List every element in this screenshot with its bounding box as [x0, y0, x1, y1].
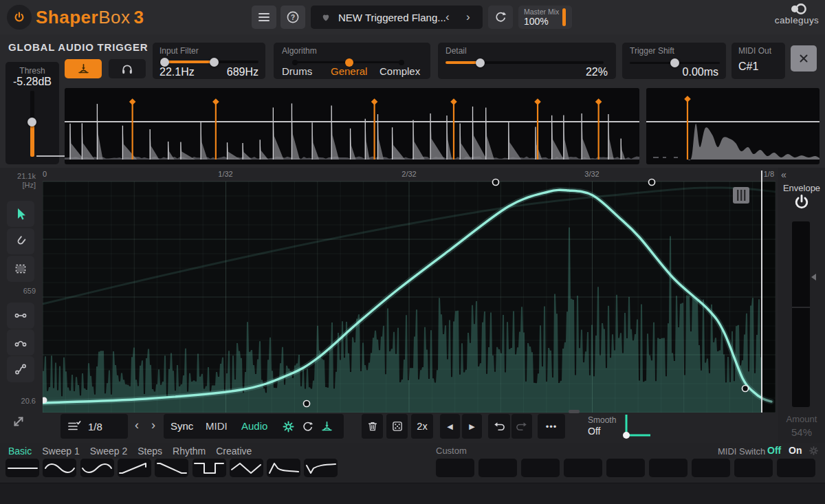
plugin-power-button[interactable]	[7, 5, 32, 30]
shaperbox-window: ShaperBox3 ? NEW Triggered Flang... ‹ ›	[0, 0, 825, 504]
s-curve-tool-button[interactable]	[7, 356, 34, 382]
trigger-shift-panel: Trigger Shift 0.00ms	[622, 43, 726, 79]
midi-switch-on[interactable]: On	[789, 445, 802, 456]
curve-tool-button[interactable]	[7, 329, 34, 355]
input-filter-low-handle[interactable]	[160, 58, 169, 67]
trigger-shift-handle[interactable]	[670, 58, 679, 67]
shape-dip-button[interactable]	[304, 459, 338, 477]
detail-handle[interactable]	[476, 58, 485, 67]
trigger-settings-icon[interactable]	[282, 420, 295, 433]
expand-editor-button[interactable]	[11, 414, 26, 429]
midi-switch-off[interactable]: Off	[767, 445, 781, 456]
close-trigger-section-button[interactable]	[791, 45, 817, 72]
trigger-zoom-display[interactable]	[646, 88, 820, 164]
line-tool-button[interactable]	[7, 303, 34, 329]
tab-creative[interactable]: Creative	[216, 446, 252, 457]
threshold-panel: Thresh -5.28dB	[6, 62, 59, 164]
shape-flat-button[interactable]	[6, 459, 39, 477]
shape-sine-icon	[43, 460, 76, 476]
amount-marker-triangle[interactable]	[811, 274, 816, 281]
audio-trigger-toggle-button[interactable]	[65, 59, 102, 78]
master-mix-control[interactable]: Master Mix 100%	[518, 6, 572, 29]
algorithm-dot-complex[interactable]	[399, 60, 404, 65]
delete-wave-button[interactable]	[362, 414, 383, 439]
detail-label: Detail	[446, 46, 467, 56]
amount-value: 54%	[778, 426, 825, 438]
help-button[interactable]: ?	[280, 6, 305, 29]
shape-decay-icon	[267, 460, 300, 476]
amount-fill-boundary	[792, 307, 810, 308]
midi-out-panel[interactable]: MIDI Out C#1	[732, 43, 785, 79]
algorithm-dot-drums[interactable]	[292, 60, 298, 65]
audio-trigger-mode-icon[interactable]	[320, 420, 333, 433]
freq-top-label: 21.1k	[1, 172, 36, 180]
smooth-value[interactable]: Off	[588, 426, 600, 437]
custom-slot-1[interactable]	[436, 459, 474, 477]
shape-triangle-button[interactable]	[230, 459, 263, 477]
algorithm-option-general[interactable]: General	[331, 65, 367, 77]
mode-midi[interactable]: MIDI	[206, 420, 228, 432]
trigger-zoom-waveform	[646, 88, 820, 164]
shape-ramp-up-button[interactable]	[118, 459, 151, 477]
algorithm-option-drums[interactable]: Drums	[282, 65, 312, 77]
toolbar-drag-handle[interactable]	[569, 410, 580, 413]
amount-slider[interactable]	[792, 221, 810, 407]
custom-slot-8[interactable]	[734, 459, 773, 477]
input-filter-high-handle[interactable]	[210, 58, 219, 67]
preset-bar[interactable]: NEW Triggered Flang... ‹ ›	[311, 6, 483, 29]
shape-square-button[interactable]	[192, 459, 226, 477]
loop-mode-icon[interactable]	[301, 420, 314, 433]
custom-slot-4[interactable]	[564, 459, 602, 477]
mode-sync[interactable]: Sync	[170, 420, 193, 432]
master-mix-label: Master Mix	[524, 8, 559, 16]
custom-slot-3[interactable]	[521, 459, 560, 477]
power-icon	[793, 193, 811, 211]
more-options-button[interactable]: •••	[538, 414, 565, 439]
tab-sweep-1[interactable]: Sweep 1	[42, 446, 79, 457]
trigger-waveform-display[interactable]	[65, 88, 639, 164]
collapse-sidebar-button[interactable]: «	[781, 169, 786, 180]
custom-slot-9[interactable]	[777, 459, 815, 477]
algorithm-option-complex[interactable]: Complex	[380, 65, 420, 77]
trigger-listen-button[interactable]	[109, 59, 146, 78]
midi-switch-settings-icon[interactable]	[808, 446, 819, 456]
tab-rhythm[interactable]: Rhythm	[173, 446, 206, 457]
shape-sine-inverse-button[interactable]	[80, 459, 114, 477]
shift-wave-right-button[interactable]: ▶	[462, 414, 482, 439]
envelope-power-button[interactable]	[793, 193, 811, 211]
ab-compare-button[interactable]	[488, 6, 513, 29]
preset-next-button[interactable]: ›	[466, 11, 470, 23]
shape-ramp-down-button[interactable]	[155, 459, 188, 477]
thresh-slider-handle[interactable]	[28, 118, 36, 127]
marquee-select-tool-button[interactable]	[7, 256, 34, 282]
shape-decay-button[interactable]	[267, 459, 300, 477]
custom-slot-6[interactable]	[649, 459, 688, 477]
double-wave-button[interactable]: 2x	[411, 414, 433, 439]
rate-prev-button[interactable]: ‹	[135, 419, 139, 431]
custom-slot-7[interactable]	[692, 459, 730, 477]
envelope-grid-canvas[interactable]	[43, 169, 776, 413]
redo-button[interactable]	[512, 414, 532, 439]
main-menu-button[interactable]	[252, 6, 276, 29]
master-mix-slider[interactable]	[562, 8, 566, 26]
tab-basic[interactable]: Basic	[8, 446, 32, 457]
shape-sine-button[interactable]	[43, 459, 76, 477]
custom-slot-5[interactable]	[606, 459, 645, 477]
rate-next-button[interactable]: ›	[151, 419, 155, 431]
undo-button[interactable]	[488, 414, 510, 439]
custom-slot-2[interactable]	[478, 459, 517, 477]
smooth-slider[interactable]	[617, 413, 653, 440]
smooth-slider-handle[interactable]	[623, 432, 630, 439]
input-filter-panel: Input Filter 22.1Hz 689Hz	[153, 43, 265, 79]
preset-prev-button[interactable]: ‹	[446, 11, 450, 23]
tab-steps[interactable]: Steps	[138, 446, 162, 457]
cursor-tool-button[interactable]	[7, 201, 34, 227]
snap-tool-button[interactable]	[7, 228, 34, 254]
mode-audio[interactable]: Audio	[241, 420, 267, 432]
randomize-button[interactable]	[386, 414, 408, 439]
tab-sweep-2[interactable]: Sweep 2	[90, 446, 127, 457]
bottom-strip	[0, 483, 825, 504]
shift-wave-left-button[interactable]: ◀	[440, 414, 460, 439]
favorite-heart-icon[interactable]	[320, 12, 331, 23]
wave-length-control[interactable]: 1/8	[60, 414, 128, 439]
